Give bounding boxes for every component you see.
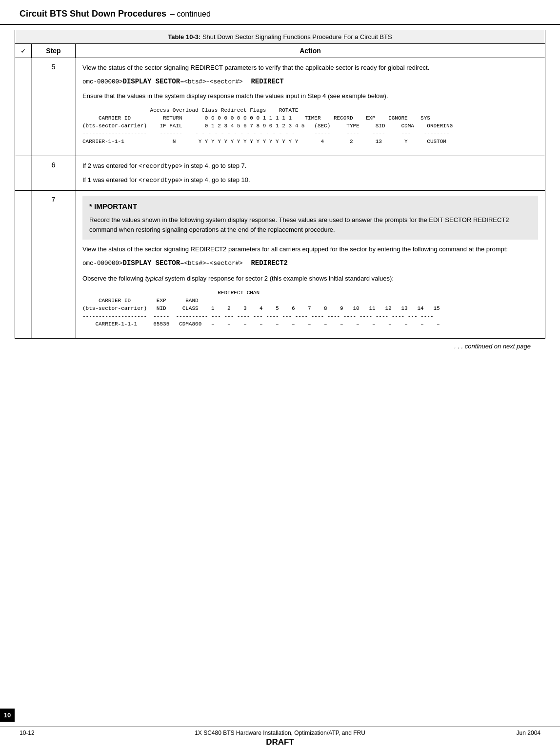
page-header: Circuit BTS Shut Down Procedures – conti… — [0, 0, 560, 25]
step7-para2-italic: typical — [145, 275, 163, 282]
step5-para1: View the status of the sector signaling … — [82, 63, 538, 73]
page: Circuit BTS Shut Down Procedures – conti… — [0, 0, 560, 751]
table-caption-text: Shut Down Sector Signaling Functions Pro… — [200, 33, 392, 41]
cell-action-6: If 2 was entered for <recordtype> in ste… — [76, 156, 545, 191]
footer-page-num: 10-12 — [20, 730, 59, 736]
table-row: 6 If 2 was entered for <recordtype> in s… — [15, 156, 545, 191]
step6-para2: If 1 was entered for <recordtype> in ste… — [82, 175, 538, 185]
step7-cmd-args: <bts#>–<sector#> — [184, 260, 243, 267]
cell-check-5 — [15, 58, 32, 156]
step5-cmd-prefix: omc-000000> — [82, 79, 123, 85]
step7-para1: View the status of the sector signaling … — [82, 244, 538, 254]
step7-cmd-bold: DISPLAY SECTOR– — [123, 259, 184, 267]
table-row: 7 * IMPORTANT Record the values shown in… — [15, 191, 545, 338]
step7-cmd: omc-000000>DISPLAY SECTOR–<bts#>–<sector… — [82, 258, 538, 269]
cell-step-7: 7 — [32, 191, 76, 338]
step7-code: REDIRECT CHAN CARRIER ID EXP BAND (bts-s… — [82, 287, 538, 330]
continued-text: . . . continued on next page — [15, 339, 545, 353]
footer-area: 10-12 1X SC480 BTS Hardware Installation… — [0, 727, 560, 751]
step7-para2-text: Observe the following — [82, 275, 145, 282]
footer-date: Jun 2004 — [501, 730, 540, 736]
table-header-row: ✓ Step Action — [15, 44, 545, 58]
col-step-header: Step — [32, 44, 76, 58]
table-caption-bold: Table 10-3: — [168, 33, 200, 41]
footer-row: 10-12 1X SC480 BTS Hardware Installation… — [0, 727, 560, 737]
col-checkbox-header: ✓ — [15, 44, 32, 58]
step7-cmd-prefix: omc-000000> — [82, 260, 123, 267]
step7-cmd-suffix: REDIRECT2 — [243, 259, 288, 267]
step6-recordtype2: <recordtype> — [139, 177, 182, 184]
step6-recordtype1: <recordtype> — [139, 163, 182, 170]
side-page-number: 10 — [0, 709, 15, 722]
cell-check-6 — [15, 156, 32, 191]
cell-action-7: * IMPORTANT Record the values shown in t… — [76, 191, 545, 338]
cell-step-6: 6 — [32, 156, 76, 191]
step7-para2-rest: system display response for sector 2 (th… — [163, 275, 394, 282]
footer-draft: DRAFT — [0, 737, 560, 751]
important-header: * IMPORTANT — [89, 201, 531, 212]
step5-cmd-suffix: REDIRECT — [243, 78, 284, 85]
cell-check-7 — [15, 191, 32, 338]
main-content: Table 10-3: Shut Down Sector Signaling F… — [0, 25, 560, 353]
header-title: Circuit BTS Shut Down Procedures — [20, 9, 166, 19]
table-caption: Table 10-3: Shut Down Sector Signaling F… — [15, 30, 545, 44]
step6-para1: If 2 was entered for <recordtype> in ste… — [82, 161, 538, 171]
col-action-header: Action — [76, 44, 545, 58]
step5-cmd-bold: DISPLAY SECTOR– — [123, 78, 184, 85]
cell-step-5: 5 — [32, 58, 76, 156]
step7-para2: Observe the following typical system dis… — [82, 274, 538, 284]
step5-para2: Ensure that the values in the system dis… — [82, 91, 538, 101]
step5-cmd-args: <bts#>–<sector#> — [184, 79, 243, 85]
important-text: Record the values shown in the following… — [89, 215, 531, 235]
step5-code: Access Overload Class Redirect Flags ROT… — [82, 105, 538, 148]
header-subtitle: – continued — [170, 10, 211, 19]
table-row: 5 View the status of the sector signalin… — [15, 58, 545, 156]
footer-center: 1X SC480 BTS Hardware Installation, Opti… — [59, 730, 501, 736]
cell-action-5: View the status of the sector signaling … — [76, 58, 545, 156]
important-block: * IMPORTANT Record the values shown in t… — [82, 196, 538, 240]
main-table: Table 10-3: Shut Down Sector Signaling F… — [15, 30, 545, 339]
step5-cmd: omc-000000>DISPLAY SECTOR–<bts#>–<sector… — [82, 77, 538, 87]
